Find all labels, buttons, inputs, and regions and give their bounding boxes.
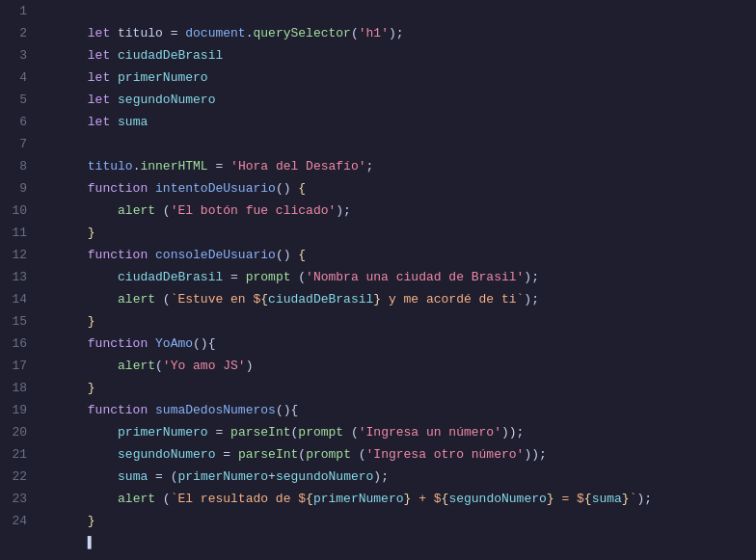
line-num-2: 2 (0, 22, 27, 44)
line-num-17: 17 (0, 355, 27, 377)
line-num-23: 23 (0, 488, 27, 510)
line-numbers: 1 2 3 4 5 6 7 8 9 10 11 12 13 14 15 16 1… (0, 0, 37, 560)
line-num-7: 7 (0, 133, 27, 155)
line-num-6: 6 (0, 111, 27, 133)
line-num-10: 10 (0, 200, 27, 222)
line-num-12: 12 (0, 244, 27, 266)
line-num-18: 18 (0, 377, 27, 399)
line-num-24: 24 (0, 510, 27, 532)
line-num-13: 13 (0, 266, 27, 288)
code-line-6 (42, 111, 756, 133)
line-num-19: 19 (0, 399, 27, 421)
code-line-18: function sumaDedosNumeros(){ (42, 377, 756, 399)
line-num-3: 3 (0, 44, 27, 67)
code-line-11: function consoleDeUsuario() { (42, 222, 756, 244)
line-num-21: 21 (0, 443, 27, 466)
line-num-1: 1 (0, 0, 27, 22)
line-num-4: 4 (0, 67, 27, 89)
code-content[interactable]: let titulo = document.querySelector('h1'… (37, 0, 756, 560)
line-num-11: 11 (0, 222, 27, 244)
line-num-8: 8 (0, 155, 27, 177)
line-num-14: 14 (0, 288, 27, 310)
line-num-15: 15 (0, 310, 27, 333)
code-line-7: titulo.innerHTML = 'Hora del Desafío'; (42, 133, 756, 155)
line-num-9: 9 (0, 177, 27, 200)
code-line-15: function YoAmo(){ (42, 310, 756, 333)
line-num-20: 20 (0, 421, 27, 443)
code-line-24: ▌ (42, 510, 756, 532)
line-num-5: 5 (0, 89, 27, 111)
line-num-22: 22 (0, 466, 27, 488)
code-line-1: let titulo = document.querySelector('h1'… (42, 0, 756, 22)
line-num-16: 16 (0, 333, 27, 355)
code-editor[interactable]: 1 2 3 4 5 6 7 8 9 10 11 12 13 14 15 16 1… (0, 0, 756, 560)
